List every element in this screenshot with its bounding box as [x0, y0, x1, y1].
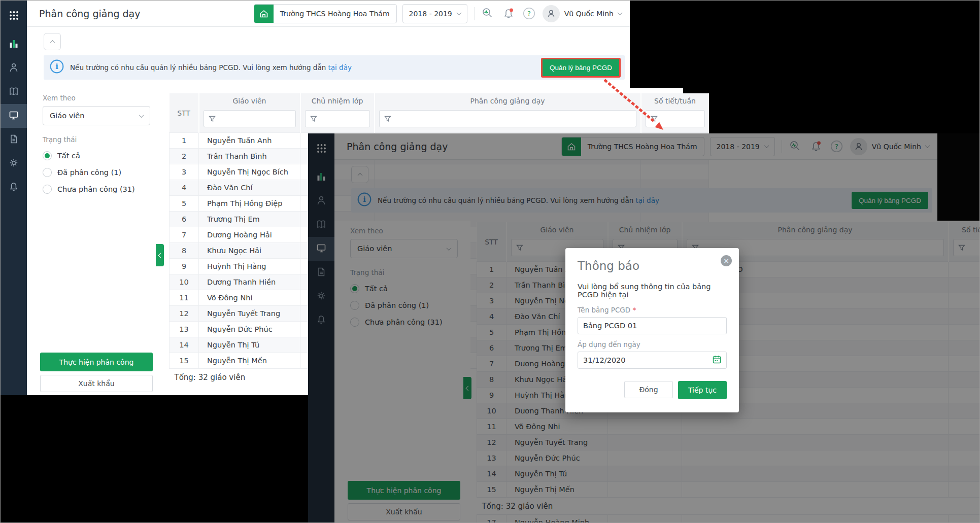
sidebar-item-education[interactable]: [1, 80, 27, 104]
info-message: Nếu trường có nhu cầu quản lý nhiều bảng…: [70, 63, 352, 72]
column-header-assignment: Phân công giảng dạy: [375, 93, 641, 109]
document-icon: [9, 134, 19, 146]
filter-input-periods[interactable]: [646, 110, 705, 127]
column-header-periods: Số tiết/tuần: [641, 93, 709, 109]
cell-teacher-name: Khưu Ngọc Hải: [199, 243, 300, 259]
cell-stt: 7: [170, 227, 199, 243]
search-insights-icon[interactable]: [481, 7, 494, 20]
svg-text:i: i: [55, 62, 58, 71]
monitor-icon: [9, 110, 19, 122]
apply-date-value: 31/12/2020: [583, 356, 626, 364]
status-option-label: Chưa phân công (31): [57, 185, 135, 193]
pcgd-name-label-text: Tên bảng PCGD: [578, 306, 630, 314]
app-header: Phân công giảng dạy Trường THCS Hoàng Ho…: [27, 1, 630, 27]
radio-selected: [43, 151, 52, 160]
cell-teacher-name: Trần Thanh Bình: [199, 149, 300, 164]
app-grid-icon[interactable]: [6, 8, 22, 22]
info-message-text: Nếu trường có nhu cầu quản lý nhiều bảng…: [70, 63, 326, 72]
pcgd-name-label: Tên bảng PCGD *: [578, 306, 727, 314]
book-icon: [9, 86, 19, 98]
sidebar-item-teaching-active[interactable]: [1, 104, 27, 128]
chevron-up-icon: [50, 40, 55, 45]
filter-funnel-icon: [209, 116, 216, 122]
filter-input-teacher[interactable]: [204, 110, 296, 127]
user-menu[interactable]: Vũ Quốc Minh: [543, 5, 622, 22]
cell-teacher-name: Nguyễn Thị Mến: [199, 353, 300, 369]
collapse-panel-button[interactable]: [44, 33, 61, 50]
panel-collapse-handle[interactable]: [156, 244, 164, 266]
execute-assignment-button[interactable]: Thực hiện phân công: [40, 353, 153, 371]
app-window: Phân công giảng dạy Trường THCS Hoàng Ho…: [308, 133, 980, 523]
school-name: Trường THCS Hoàng Hoa Thám: [274, 10, 396, 18]
cell-teacher-name: Nguyễn Thị Tú: [199, 337, 300, 353]
info-bar: i Nếu trường có nhu cầu quản lý nhiều bả…: [44, 55, 625, 80]
bell-icon: [9, 182, 19, 194]
filter-input-assignment[interactable]: [379, 110, 636, 127]
view-by-label: Xem theo: [43, 94, 163, 102]
cell-teacher-name: Nguyễn Đức Phúc: [199, 322, 300, 337]
status-option-all[interactable]: Tất cả: [43, 151, 163, 160]
sidebar-item-settings[interactable]: [1, 152, 27, 176]
cell-teacher-name: Nguyễn Tuyết Trang: [199, 306, 300, 322]
cell-teacher-name: Trương Thị Em: [199, 212, 300, 227]
modal-title: Thông báo: [578, 259, 727, 272]
radio-unselected: [43, 185, 52, 194]
chevron-down-icon: [456, 10, 461, 15]
cell-stt: 5: [170, 196, 199, 212]
view-by-value: Giáo viên: [50, 112, 84, 120]
sidebar-item-students[interactable]: [1, 56, 27, 80]
sidebar-item-documents[interactable]: [1, 128, 27, 152]
cell-teacher-name: Huỳnh Thị Hằng: [199, 259, 300, 274]
manage-pcgd-button[interactable]: Quản lý bảng PCGD: [541, 58, 621, 78]
modal-close-button[interactable]: Đóng: [624, 381, 673, 398]
status-option-label: Đã phân công (1): [57, 168, 121, 177]
export-button[interactable]: Xuất khẩu: [40, 375, 153, 392]
info-icon: i: [50, 59, 64, 76]
status-label: Trạng thái: [43, 135, 163, 144]
cell-teacher-name: Dương Hoàng Hải: [199, 227, 300, 243]
filter-input-homeroom[interactable]: [305, 110, 370, 127]
screenshot-crop-patch: [630, 1, 683, 88]
cell-teacher-name: Nguyễn Thị Ngọc Bích: [199, 164, 300, 180]
header-divider: [474, 7, 475, 20]
cell-stt: 11: [170, 290, 199, 306]
sidebar-item-reports[interactable]: [1, 32, 27, 56]
info-help-link[interactable]: tại đây: [328, 63, 352, 72]
apply-date-input[interactable]: 31/12/2020: [578, 352, 727, 369]
cell-teacher-name: Nguyễn Tuấn Anh: [199, 133, 300, 149]
column-header-stt: STT: [170, 93, 199, 133]
cell-stt: 13: [170, 322, 199, 337]
calendar-icon[interactable]: [713, 355, 721, 365]
filter-panel: Xem theo Giáo viên Trạng thái Tất cả Đã …: [27, 88, 163, 395]
school-year-dropdown[interactable]: 2018 - 2019: [402, 4, 467, 23]
pcgd-name-input[interactable]: Bảng PCGD 01: [578, 317, 727, 334]
page-title: Phân công giảng dạy: [39, 8, 141, 19]
status-option-unassigned[interactable]: Chưa phân công (31): [43, 185, 163, 194]
column-header-homeroom: Chủ nhiệm lớp: [300, 93, 375, 109]
cell-stt: 3: [170, 164, 199, 180]
sidebar-item-notifications[interactable]: [1, 176, 27, 199]
person-icon: [9, 62, 19, 75]
view-by-dropdown[interactable]: Giáo viên: [43, 106, 150, 125]
screenshot-canvas: Phân công giảng dạy Trường THCS Hoàng Ho…: [0, 0, 980, 523]
cell-teacher-name: Võ Đông Nhi: [199, 290, 300, 306]
status-option-assigned[interactable]: Đã phân công (1): [43, 168, 163, 177]
cell-teacher-name: Phạm Thị Hồng Điệp: [199, 196, 300, 212]
modal-message: Vui lòng bổ sung thông tin của bảng PCGD…: [578, 283, 727, 299]
cell-stt: 14: [170, 337, 199, 353]
help-icon[interactable]: ?: [523, 7, 536, 20]
gear-icon: [9, 158, 19, 170]
status-option-label: Tất cả: [57, 152, 80, 160]
home-icon: [254, 4, 274, 23]
notifications-bell-icon[interactable]: [502, 7, 515, 20]
user-name: Vũ Quốc Minh: [564, 10, 614, 18]
cell-stt: 4: [170, 180, 199, 196]
chevron-down-icon: [618, 10, 623, 15]
school-selector[interactable]: Trường THCS Hoàng Hoa Thám: [254, 4, 397, 23]
close-icon[interactable]: ×: [721, 255, 732, 266]
modal-continue-button[interactable]: Tiếp tục: [678, 381, 727, 399]
notification-modal: × Thông báo Vui lòng bổ sung thông tin c…: [565, 248, 739, 412]
cell-teacher-name: Đào Văn Chí: [199, 180, 300, 196]
sidebar: [1, 1, 27, 395]
bar-chart-icon: [9, 39, 19, 51]
